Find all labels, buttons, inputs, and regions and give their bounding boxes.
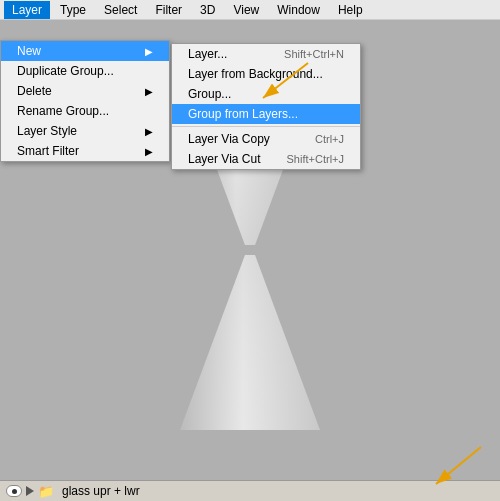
menu-entry-duplicate[interactable]: Duplicate Group... xyxy=(1,61,169,81)
svg-line-1 xyxy=(263,63,308,98)
menu-entry-new[interactable]: New ▶ xyxy=(1,41,169,61)
annotation-arrow-bottom xyxy=(416,442,496,497)
submenu-layer-via-copy[interactable]: Layer Via Copy Ctrl+J xyxy=(172,129,360,149)
menu-bar: Layer Type Select Filter 3D View Window … xyxy=(0,0,500,20)
submenu-layer-via-cut[interactable]: Layer Via Cut Shift+Ctrl+J xyxy=(172,149,360,169)
filter-arrow: ▶ xyxy=(145,146,153,157)
menu-layer[interactable]: Layer xyxy=(4,1,50,19)
menu-entry-layer-style[interactable]: Layer Style ▶ xyxy=(1,121,169,141)
annotation-arrow-top xyxy=(248,58,318,108)
submenu-arrow: ▶ xyxy=(145,46,153,57)
menu-view[interactable]: View xyxy=(225,1,267,19)
menu-type[interactable]: Type xyxy=(52,1,94,19)
expand-icon[interactable] xyxy=(26,486,34,496)
svg-line-3 xyxy=(436,447,481,484)
menu-select[interactable]: Select xyxy=(96,1,145,19)
layer-menu: New ▶ Duplicate Group... Delete ▶ Rename… xyxy=(0,40,170,162)
menu-entry-smart-filter[interactable]: Smart Filter ▶ xyxy=(1,141,169,161)
menu-3d[interactable]: 3D xyxy=(192,1,223,19)
eye-pupil xyxy=(12,489,17,494)
menu-entry-rename[interactable]: Rename Group... xyxy=(1,101,169,121)
menu-window[interactable]: Window xyxy=(269,1,328,19)
style-arrow: ▶ xyxy=(145,126,153,137)
delete-arrow: ▶ xyxy=(145,86,153,97)
visibility-toggle[interactable] xyxy=(6,485,22,497)
canvas-area: New ▶ Duplicate Group... Delete ▶ Rename… xyxy=(0,20,500,480)
menu-help[interactable]: Help xyxy=(330,1,371,19)
submenu-divider xyxy=(172,126,360,127)
menu-filter[interactable]: Filter xyxy=(147,1,190,19)
menu-entry-delete[interactable]: Delete ▶ xyxy=(1,81,169,101)
layer-name: glass upr + lwr xyxy=(62,484,140,498)
folder-icon: 📁 xyxy=(38,484,54,499)
